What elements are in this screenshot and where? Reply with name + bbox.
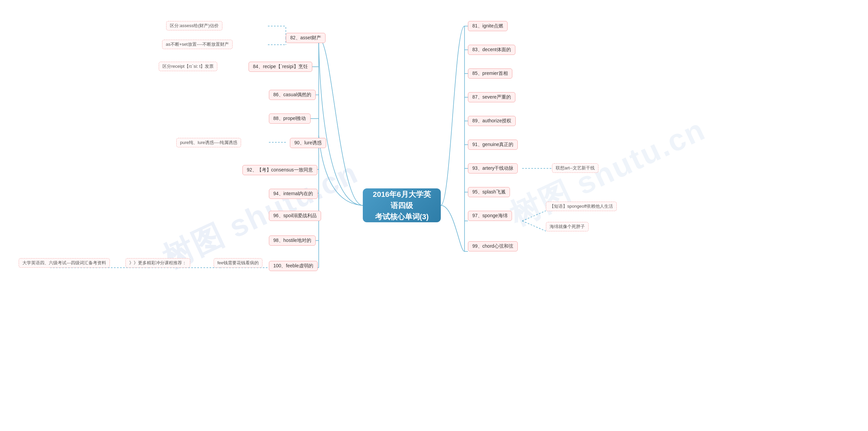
- note-90-1: pure纯、lure诱惑----纯属诱惑: [176, 138, 241, 147]
- vocab-85: 85、premier首相: [468, 68, 512, 79]
- vocab-97: 97、sponge海绵: [468, 211, 512, 221]
- vocab-99: 99、chord心弦和弦: [468, 241, 518, 251]
- center-node: 2016年6月大学英语四级考试核心单词(3): [363, 188, 441, 222]
- note-82-1: 区分:assess给(财产)估价: [166, 21, 222, 30]
- note-100-3: fee钱需要花钱看病的: [214, 258, 262, 268]
- vocab-88: 88、propel推动: [269, 114, 311, 124]
- vocab-95: 95、splash飞溅: [468, 187, 510, 197]
- note-93-1: 联想art--文艺新干线: [552, 163, 598, 173]
- vocab-89: 89、authorize授权: [468, 116, 516, 126]
- svg-line-34: [522, 221, 546, 231]
- watermark-right: 树图 shutu.cn: [503, 109, 712, 236]
- vocab-100: 100、feeble虚弱的: [269, 261, 318, 271]
- vocab-91: 91、genuine真正的: [468, 140, 518, 150]
- svg-line-33: [522, 211, 546, 221]
- center-node-label: 2016年6月大学英语四级考试核心单词(3): [372, 189, 431, 222]
- vocab-87: 87、severe严重的: [468, 92, 515, 102]
- vocab-86: 86、casual偶然的: [269, 90, 316, 100]
- vocab-94: 94、internal内在的: [269, 189, 318, 199]
- vocab-98: 98、hostile地对的: [269, 235, 316, 246]
- vocab-81: 81、ignite点燃: [468, 21, 508, 31]
- vocab-96: 96、spoil溺爱战利品: [269, 211, 321, 221]
- vocab-83: 83、decent体面的: [468, 45, 515, 55]
- note-100-2: 》》更多精彩冲分课程推荐：: [125, 258, 190, 268]
- vocab-92: 92、【考】consensus一致同意: [242, 165, 317, 175]
- vocab-84: 84、recipe【`resipi】烹饪: [249, 62, 312, 72]
- note-100-1: 大学英语四、六级考试---四级词汇备考资料: [19, 258, 110, 268]
- note-84-1: 区分receipt【rɪ`siː t】发票: [159, 62, 217, 71]
- vocab-90: 90、lure诱惑: [290, 138, 326, 148]
- note-82-2: as不断+set放置----不断放置财产: [162, 40, 233, 49]
- note-97-1: 【短语】spongeoff依赖他人生活: [546, 202, 617, 211]
- vocab-93: 93、artery干线动脉: [468, 163, 518, 173]
- note-97-2: 海绵就像个死胖子: [546, 222, 589, 231]
- vocab-82: 82、asset财产: [286, 33, 326, 43]
